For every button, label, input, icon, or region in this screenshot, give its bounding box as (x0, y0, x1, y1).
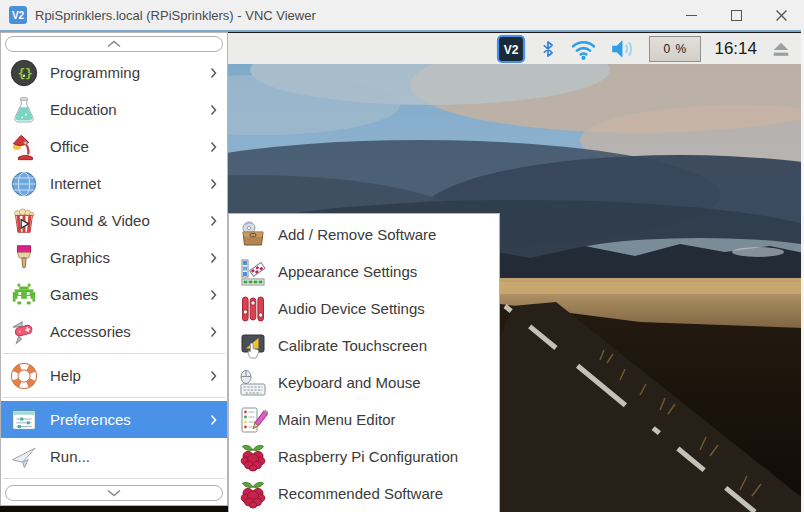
menu-item-sound-video[interactable]: Sound & Video (1, 202, 227, 239)
submenu-item-label: Add / Remove Software (278, 226, 436, 243)
submenu-item-appearance-settings[interactable]: Appearance Settings (229, 253, 499, 290)
submenu-item-label: Audio Device Settings (278, 300, 425, 317)
remote-desktop-viewport: V2 0 % 16:14 (0, 30, 804, 512)
submenu-item-label: Appearance Settings (278, 263, 417, 280)
education-icon (7, 94, 41, 126)
cpu-monitor-button[interactable]: 0 % (649, 36, 701, 62)
run-icon (7, 441, 41, 473)
graphics-icon (7, 242, 41, 274)
submenu-arrow-icon (210, 67, 217, 79)
volume-icon (610, 37, 636, 61)
maximize-button[interactable] (714, 0, 759, 30)
cpu-usage-label: 0 % (664, 42, 688, 56)
keyboard-and-mouse-icon (237, 368, 269, 398)
submenu-arrow-icon (210, 104, 217, 116)
close-button[interactable] (759, 0, 804, 30)
games-icon (7, 279, 41, 311)
main-menu-panel: {} Programming Education Office Internet (0, 32, 228, 506)
submenu-arrow-icon (210, 215, 217, 227)
close-icon (775, 9, 788, 22)
add-remove-software-icon (237, 220, 269, 250)
preferences-icon (7, 404, 41, 436)
menu-item-graphics[interactable]: Graphics (1, 239, 227, 276)
wifi-icon (570, 37, 597, 61)
submenu-item-add-remove-software[interactable]: Add / Remove Software (229, 216, 499, 253)
chevron-up-icon (106, 40, 122, 48)
menu-item-internet[interactable]: Internet (1, 165, 227, 202)
accessories-icon (7, 316, 41, 348)
main-menu-editor-icon (237, 405, 269, 435)
menu-scroll-up-button[interactable] (5, 36, 223, 52)
window-title: RpiSprinklers.local (RPiSprinklers) - VN… (35, 8, 669, 23)
submenu-item-main-menu-editor[interactable]: Main Menu Editor (229, 401, 499, 438)
submenu-item-label: Recommended Software (278, 485, 443, 502)
vnc-logo-icon: V2 (9, 6, 27, 24)
menu-separator (3, 478, 225, 479)
menu-item-label: Run... (50, 448, 217, 465)
programming-icon: {} (7, 57, 41, 89)
menu-item-label: Games (50, 286, 210, 303)
vnc-tray-text: V2 (504, 43, 519, 57)
eject-icon (770, 39, 792, 59)
sound-video-icon (7, 205, 41, 237)
help-icon (7, 360, 41, 392)
menu-item-label: Help (50, 367, 210, 384)
menu-item-label: Sound & Video (50, 212, 210, 229)
submenu-item-keyboard-and-mouse[interactable]: Keyboard and Mouse (229, 364, 499, 401)
menu-item-label: Preferences (50, 411, 210, 428)
menu-item-help[interactable]: Help (1, 357, 227, 394)
clock[interactable]: 16:14 (714, 39, 757, 59)
submenu-arrow-icon (210, 178, 217, 190)
vnc-server-tray-button[interactable]: V2 (496, 34, 526, 64)
menu-item-label: Programming (50, 64, 210, 81)
submenu-item-label: Calibrate Touchscreen (278, 337, 427, 354)
submenu-arrow-icon (210, 289, 217, 301)
menu-item-games[interactable]: Games (1, 276, 227, 313)
menu-item-preferences[interactable]: Preferences (1, 401, 227, 438)
vnc-tray-icon: V2 (496, 34, 526, 64)
menu-item-label: Office (50, 138, 210, 155)
submenu-arrow-icon (210, 370, 217, 382)
preferences-submenu: Add / Remove Software Appearance Setting… (228, 213, 500, 512)
maximize-icon (731, 10, 742, 21)
menu-item-label: Internet (50, 175, 210, 192)
bluetooth-icon (539, 37, 557, 61)
wifi-button[interactable] (570, 37, 597, 61)
submenu-item-raspberry-pi-configuration[interactable]: Raspberry Pi Configuration (229, 438, 499, 475)
submenu-item-recommended-software[interactable]: Recommended Software (229, 475, 499, 512)
minimize-icon (686, 15, 697, 16)
minimize-button[interactable] (669, 0, 714, 30)
menu-item-programming[interactable]: {} Programming (1, 54, 227, 91)
menu-separator (3, 353, 225, 354)
menu-item-office[interactable]: Office (1, 128, 227, 165)
menu-item-label: Accessories (50, 323, 210, 340)
internet-icon (7, 168, 41, 200)
submenu-arrow-icon (210, 141, 217, 153)
menu-separator (3, 397, 225, 398)
volume-button[interactable] (610, 37, 636, 61)
raspberry-icon (237, 442, 269, 472)
vnc-logo-text: V2 (12, 10, 24, 21)
submenu-arrow-icon (210, 414, 217, 426)
menu-item-label: Graphics (50, 249, 210, 266)
raspberry-icon (237, 479, 269, 509)
submenu-item-audio-device-settings[interactable]: Audio Device Settings (229, 290, 499, 327)
eject-button[interactable] (770, 39, 792, 59)
menu-item-run[interactable]: Run... (1, 438, 227, 475)
chevron-down-icon (106, 489, 122, 497)
submenu-item-calibrate-touchscreen[interactable]: Calibrate Touchscreen (229, 327, 499, 364)
submenu-arrow-icon (210, 326, 217, 338)
menu-scroll-down-button[interactable] (5, 485, 223, 501)
audio-device-settings-icon (237, 294, 269, 324)
svg-text:}: } (25, 65, 33, 80)
submenu-item-label: Keyboard and Mouse (278, 374, 421, 391)
office-icon (7, 131, 41, 163)
submenu-item-label: Raspberry Pi Configuration (278, 448, 458, 465)
submenu-item-label: Main Menu Editor (278, 411, 396, 428)
bluetooth-button[interactable] (539, 37, 557, 61)
clock-label: 16:14 (714, 39, 757, 59)
menu-item-education[interactable]: Education (1, 91, 227, 128)
calibrate-touchscreen-icon (237, 331, 269, 361)
vnc-window-titlebar: V2 RpiSprinklers.local (RPiSprinklers) -… (0, 0, 804, 30)
menu-item-accessories[interactable]: Accessories (1, 313, 227, 350)
